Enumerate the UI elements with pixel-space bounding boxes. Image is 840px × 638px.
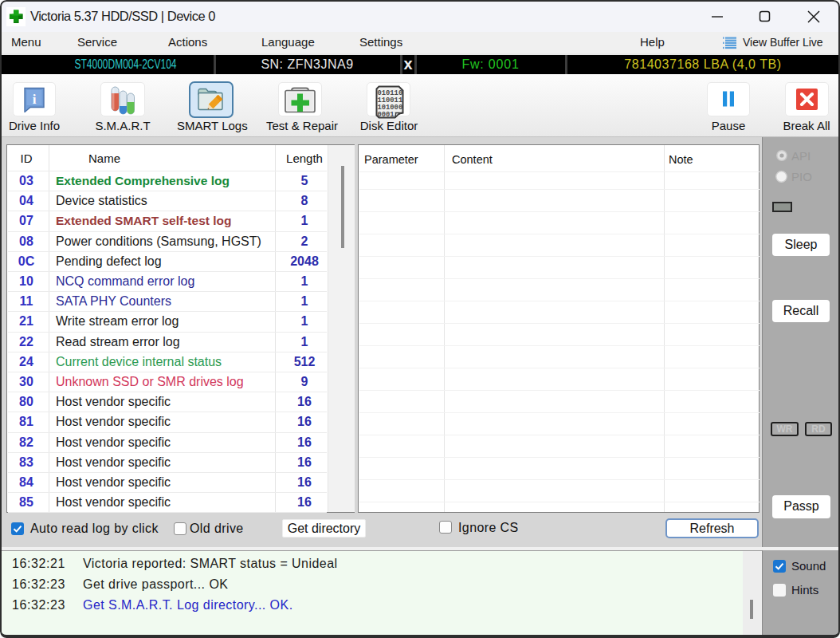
svg-text:0001: 0001: [377, 111, 394, 119]
svg-text:i: i: [33, 92, 37, 107]
